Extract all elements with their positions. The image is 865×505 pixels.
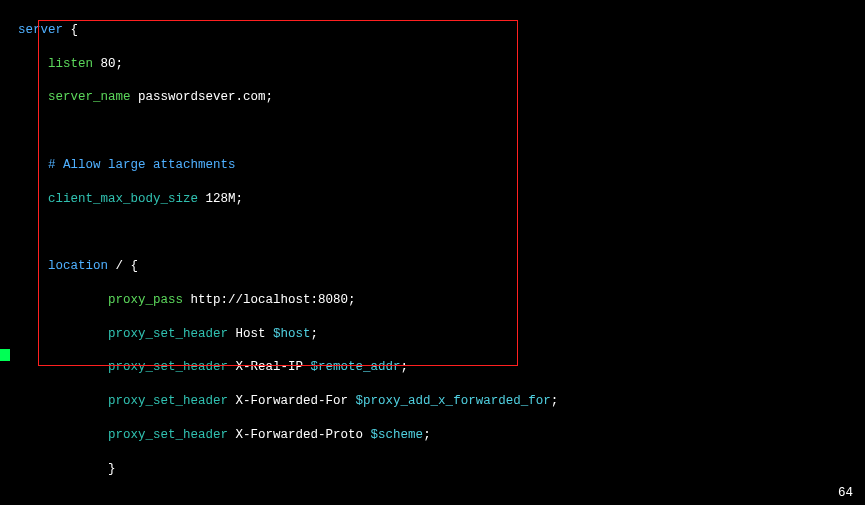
keyword-server: server (18, 23, 63, 37)
code-line: proxy_set_header X-Forwarded-Proto $sche… (0, 427, 865, 444)
cursor-indicator (0, 349, 10, 361)
code-line (0, 494, 865, 505)
code-line: location / { (0, 258, 865, 275)
code-line: client_max_body_size 128M; (0, 191, 865, 208)
code-line: # Allow large attachments (0, 157, 865, 174)
code-line: proxy_set_header X-Forwarded-For $proxy_… (0, 393, 865, 410)
code-line: proxy_set_header Host $host; (0, 326, 865, 343)
code-line: server_name passwordsever.com; (0, 89, 865, 106)
code-line (0, 224, 865, 241)
code-line: proxy_pass http://localhost:8080; (0, 292, 865, 309)
code-line: } (0, 461, 865, 478)
code-line: proxy_set_header X-Real-IP $remote_addr; (0, 359, 865, 376)
status-linecount: 64 (838, 485, 853, 502)
code-line: listen 80; (0, 56, 865, 73)
code-line (0, 123, 865, 140)
code-editor[interactable]: server { listen 80; server_name password… (0, 0, 865, 505)
code-line: server { (0, 22, 865, 39)
